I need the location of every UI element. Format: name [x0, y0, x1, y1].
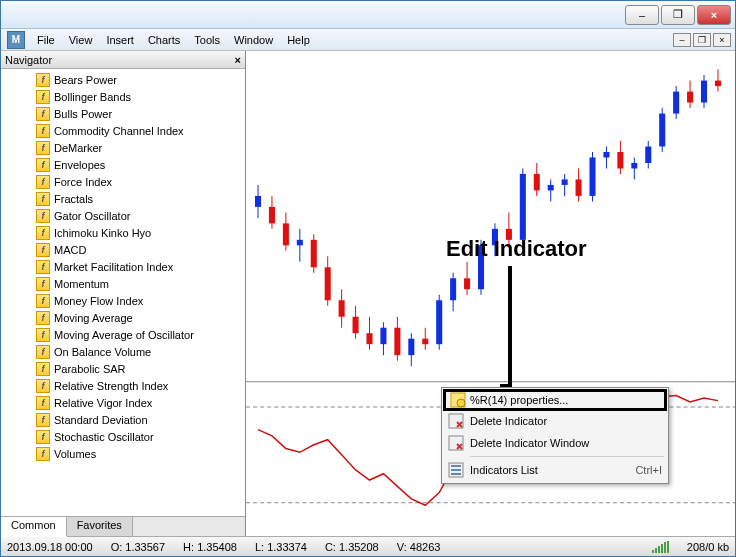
mdi-restore-button[interactable]: ❐	[693, 33, 711, 47]
ctx-delete-window-label: Delete Indicator Window	[470, 437, 589, 449]
svg-rect-11	[325, 267, 331, 300]
ctx-delete-indicator-label: Delete Indicator	[470, 415, 547, 427]
tree-item[interactable]: fBollinger Bands	[1, 88, 245, 105]
app-icon: M	[7, 31, 25, 49]
indicator-icon: f	[36, 345, 50, 359]
svg-rect-41	[534, 174, 540, 190]
tree-item[interactable]: fStochastic Oscillator	[1, 428, 245, 445]
ctx-properties[interactable]: %R(14) properties...	[443, 389, 667, 411]
mdi-minimize-button[interactable]: –	[673, 33, 691, 47]
tree-item[interactable]: fMomentum	[1, 275, 245, 292]
indicator-icon: f	[36, 311, 50, 325]
svg-rect-45	[562, 179, 568, 184]
indicator-icon: f	[36, 243, 50, 257]
tree-item-label: Force Index	[54, 176, 112, 188]
tree-item[interactable]: fVolumes	[1, 445, 245, 462]
navigator-panel: Navigator × fBears PowerfBollinger Bands…	[1, 51, 246, 536]
svg-rect-65	[701, 81, 707, 103]
menu-tools[interactable]: Tools	[194, 34, 220, 46]
svg-rect-51	[603, 152, 609, 157]
indicator-icon: f	[36, 90, 50, 104]
status-volume: V: 48263	[397, 541, 441, 553]
tree-item-label: Bears Power	[54, 74, 117, 86]
svg-rect-25	[422, 339, 428, 344]
svg-rect-27	[436, 300, 442, 344]
tree-item[interactable]: fCommodity Channel Index	[1, 122, 245, 139]
close-button[interactable]: ×	[697, 5, 731, 25]
svg-rect-13	[339, 300, 345, 316]
minimize-button[interactable]: –	[625, 5, 659, 25]
tab-favorites[interactable]: Favorites	[67, 517, 133, 536]
svg-rect-63	[687, 92, 693, 103]
tree-item[interactable]: fMoney Flow Index	[1, 292, 245, 309]
tree-item[interactable]: fStandard Deviation	[1, 411, 245, 428]
ctx-delete-window[interactable]: Delete Indicator Window	[444, 432, 666, 454]
svg-rect-7	[297, 240, 303, 245]
svg-rect-55	[631, 163, 637, 168]
tree-item[interactable]: fMarket Facilitation Index	[1, 258, 245, 275]
tree-item-label: Fractals	[54, 193, 93, 205]
status-low: L: 1.33374	[255, 541, 307, 553]
tree-item[interactable]: fBulls Power	[1, 105, 245, 122]
restore-button[interactable]: ❐	[661, 5, 695, 25]
tree-item-label: MACD	[54, 244, 86, 256]
tree-item[interactable]: fDeMarker	[1, 139, 245, 156]
status-close: C: 1.35208	[325, 541, 379, 553]
indicator-icon: f	[36, 396, 50, 410]
tree-item-label: Market Facilitation Index	[54, 261, 173, 273]
tree-item-label: Moving Average of Oscillator	[54, 329, 194, 341]
indicator-icon: f	[36, 328, 50, 342]
tree-item-label: Momentum	[54, 278, 109, 290]
tree-item[interactable]: fMoving Average of Oscillator	[1, 326, 245, 343]
ctx-indicators-list[interactable]: Indicators List Ctrl+I	[444, 459, 666, 481]
ctx-delete-indicator[interactable]: Delete Indicator	[444, 410, 666, 432]
svg-rect-49	[589, 157, 595, 195]
tree-item[interactable]: fIchimoku Kinko Hyo	[1, 224, 245, 241]
indicator-icon: f	[36, 124, 50, 138]
menu-view[interactable]: View	[69, 34, 93, 46]
indicator-icon: f	[36, 294, 50, 308]
indicator-icon: f	[36, 413, 50, 427]
svg-rect-15	[353, 317, 359, 333]
chart-area[interactable]: Edit Indicator %R(14) properties... Dele…	[246, 51, 735, 536]
tree-item[interactable]: fEnvelopes	[1, 156, 245, 173]
tree-item-label: Relative Vigor Index	[54, 397, 152, 409]
svg-rect-9	[311, 240, 317, 267]
tree-item-label: Volumes	[54, 448, 96, 460]
tree-item[interactable]: fParabolic SAR	[1, 360, 245, 377]
indicator-icon: f	[36, 158, 50, 172]
tree-item-label: DeMarker	[54, 142, 102, 154]
svg-point-72	[457, 399, 465, 407]
indicator-icon: f	[36, 192, 50, 206]
mdi-close-button[interactable]: ×	[713, 33, 731, 47]
menu-charts[interactable]: Charts	[148, 34, 180, 46]
menu-window[interactable]: Window	[234, 34, 273, 46]
tree-item[interactable]: fMACD	[1, 241, 245, 258]
navigator-header: Navigator ×	[1, 51, 245, 69]
annotation-arrow	[500, 266, 560, 396]
tree-item[interactable]: fGator Oscillator	[1, 207, 245, 224]
tree-item[interactable]: fOn Balance Volume	[1, 343, 245, 360]
ctx-separator	[470, 456, 664, 457]
menu-help[interactable]: Help	[287, 34, 310, 46]
tree-item[interactable]: fRelative Vigor Index	[1, 394, 245, 411]
status-kb: 208/0 kb	[687, 541, 729, 553]
svg-rect-21	[394, 328, 400, 355]
navigator-tree[interactable]: fBears PowerfBollinger BandsfBulls Power…	[1, 69, 245, 516]
indicator-icon: f	[36, 141, 50, 155]
tree-item-label: On Balance Volume	[54, 346, 151, 358]
navigator-close-button[interactable]: ×	[235, 54, 241, 66]
tree-item[interactable]: fRelative Strength Index	[1, 377, 245, 394]
svg-rect-17	[366, 333, 372, 344]
menu-file[interactable]: File	[37, 34, 55, 46]
tree-item[interactable]: fForce Index	[1, 173, 245, 190]
tree-item[interactable]: fFractals	[1, 190, 245, 207]
delete-icon	[448, 413, 464, 429]
tree-item[interactable]: fBears Power	[1, 71, 245, 88]
annotation-label: Edit Indicator	[446, 236, 587, 262]
tree-item[interactable]: fMoving Average	[1, 309, 245, 326]
indicator-icon: f	[36, 226, 50, 240]
titlebar: – ❐ ×	[1, 1, 735, 29]
tab-common[interactable]: Common	[1, 517, 67, 537]
menu-insert[interactable]: Insert	[106, 34, 134, 46]
